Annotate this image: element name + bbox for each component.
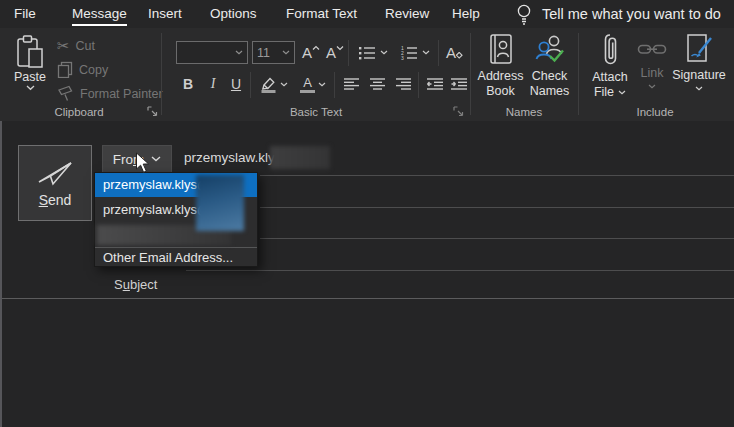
align-left-button[interactable] — [340, 74, 362, 94]
bullet-list-icon — [358, 46, 376, 60]
ribbon: Paste ✂ Cut Copy Format Painter Clipboar… — [0, 28, 734, 121]
chevron-down-icon — [26, 85, 35, 91]
align-left-icon — [343, 77, 360, 91]
chevron-down-icon — [618, 90, 626, 95]
shrink-font-icon: A — [326, 46, 336, 60]
align-center-icon — [369, 77, 386, 91]
from-address-value: przemyslaw.klys — [184, 150, 282, 165]
other-email-address-item[interactable]: Other Email Address... — [95, 248, 257, 266]
tab-format-text[interactable]: Format Text — [286, 0, 357, 26]
italic-button[interactable]: I — [204, 73, 222, 95]
format-painter-label: Format Painter — [80, 87, 163, 101]
link-button[interactable]: Link — [636, 33, 668, 89]
increase-indent-button[interactable] — [448, 74, 470, 94]
highlighter-icon — [259, 76, 277, 93]
tab-message[interactable]: Message — [72, 0, 127, 26]
align-center-button[interactable] — [366, 74, 388, 94]
chevron-down-icon — [380, 50, 388, 55]
chevron-down-icon — [280, 82, 288, 87]
tab-insert[interactable]: Insert — [148, 0, 182, 26]
clear-formatting-button[interactable]: A — [443, 41, 467, 64]
signature-button[interactable]: Signature — [670, 33, 728, 91]
names-group-label: Names — [471, 106, 577, 118]
grow-font-button[interactable]: A — [300, 41, 322, 64]
shrink-font-button[interactable]: A — [324, 41, 346, 64]
send-icon — [35, 158, 75, 186]
grow-font-icon: A — [302, 46, 312, 60]
header-body-divider — [2, 298, 734, 299]
chevron-down-icon — [648, 84, 656, 89]
chevron-down-icon — [151, 156, 161, 162]
chevron-down-icon — [318, 82, 326, 87]
basic-text-dialog-launcher-icon[interactable] — [452, 105, 464, 117]
paste-label: Paste — [14, 70, 46, 85]
attach-file-label2: File — [594, 85, 614, 100]
subject-field-label[interactable]: Subject — [114, 277, 157, 292]
bullets-button[interactable] — [354, 41, 392, 64]
ribbon-tab-bar: File Message Insert Options Format Text … — [0, 0, 734, 28]
lightbulb-icon — [516, 3, 532, 26]
font-size-combobox[interactable]: 11 — [252, 41, 295, 64]
signature-label: Signature — [672, 68, 726, 83]
chevron-down-icon — [282, 50, 290, 55]
address-book-label: Address — [478, 69, 524, 84]
send-button[interactable]: Send — [18, 145, 92, 221]
paste-icon — [15, 34, 45, 70]
to-field-underline — [260, 175, 734, 176]
copy-button[interactable]: Copy — [57, 61, 108, 78]
attach-file-label: Attach — [592, 70, 627, 85]
send-label: Send — [39, 192, 72, 208]
tell-me-label: Tell me what you want to do — [542, 6, 721, 22]
clipboard-dialog-launcher-icon[interactable] — [146, 105, 158, 117]
check-names-icon — [534, 33, 566, 65]
tab-file[interactable]: File — [14, 0, 36, 26]
attach-file-button[interactable]: Attach File — [586, 33, 634, 100]
svg-text:3: 3 — [401, 55, 404, 60]
tab-options[interactable]: Options — [210, 0, 257, 26]
chevron-down-icon — [695, 86, 703, 91]
tell-me-box[interactable]: Tell me what you want to do — [516, 0, 721, 28]
font-color-icon: A — [300, 76, 315, 93]
address-book-icon — [487, 33, 514, 65]
clear-formatting-icon: A — [446, 46, 456, 60]
check-names-label2: Names — [530, 84, 570, 99]
mouse-cursor — [135, 152, 150, 174]
tab-help[interactable]: Help — [452, 0, 480, 26]
copy-label: Copy — [79, 63, 108, 77]
underline-button[interactable]: U — [226, 73, 246, 95]
numbering-button[interactable]: 123 — [396, 41, 434, 64]
from-address-redaction — [270, 146, 330, 169]
bold-button[interactable]: B — [178, 73, 198, 95]
link-icon — [637, 41, 667, 57]
format-painter-button[interactable]: Format Painter — [57, 85, 163, 102]
align-right-icon — [395, 77, 412, 91]
address-book-label2: Book — [486, 84, 515, 99]
basic-text-group-label: Basic Text — [163, 106, 469, 118]
subject-top-line — [186, 270, 734, 271]
chevron-down-icon — [422, 50, 430, 55]
chevron-down-icon — [235, 50, 243, 55]
copy-icon — [57, 61, 73, 78]
scissors-icon: ✂ — [57, 37, 70, 55]
bcc-field-underline — [260, 238, 734, 239]
address-book-button[interactable]: Address Book — [477, 33, 524, 99]
font-size-value: 11 — [257, 46, 270, 60]
increase-indent-icon — [450, 77, 468, 91]
decrease-indent-icon — [426, 77, 444, 91]
tab-review[interactable]: Review — [385, 0, 429, 26]
include-group-label: Include — [579, 106, 731, 118]
paste-button[interactable]: Paste — [8, 34, 52, 110]
highlight-color-button[interactable] — [256, 72, 290, 96]
clipboard-group-label: Clipboard — [0, 106, 158, 118]
link-label: Link — [641, 66, 664, 81]
numbered-list-icon: 123 — [400, 46, 418, 60]
decrease-indent-button[interactable] — [424, 74, 446, 94]
cut-button[interactable]: ✂ Cut — [57, 37, 95, 55]
font-name-combobox[interactable] — [176, 41, 248, 64]
check-names-button[interactable]: Check Names — [526, 33, 573, 99]
align-right-button[interactable] — [392, 74, 414, 94]
dropdown-redaction — [196, 175, 244, 231]
check-names-label: Check — [532, 69, 567, 84]
cc-field-underline — [260, 207, 734, 208]
font-color-button[interactable]: A — [296, 72, 330, 96]
